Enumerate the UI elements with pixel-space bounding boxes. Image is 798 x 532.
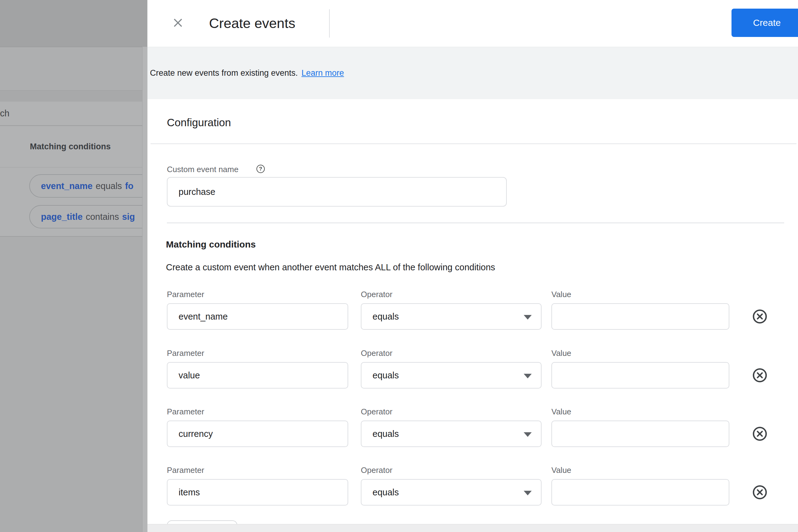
value-input[interactable] [551, 479, 729, 506]
background-content [0, 47, 147, 90]
panel-header: Create events Create [148, 0, 798, 47]
background-vertical-scrollbar [142, 47, 147, 532]
description-bar: Create new events from existing events. … [148, 47, 798, 99]
matching-conditions-column-header: Matching conditions [30, 142, 111, 151]
chip-parameter: event_name [41, 181, 93, 191]
condition-row: Parameter Operator equals Value [167, 466, 784, 509]
learn-more-link[interactable]: Learn more [301, 68, 344, 78]
operator-label: Operator [361, 466, 393, 475]
page-title: Create events [209, 0, 295, 47]
custom-event-name-label: Custom event name [167, 165, 239, 174]
description-text: Create new events from existing events. [150, 68, 298, 78]
condition-row: Parameter Operator equals Value [167, 407, 784, 450]
operator-label: Operator [361, 290, 393, 299]
background-page: ch Matching conditions event_name equals… [0, 0, 147, 532]
configuration-heading: Configuration [167, 116, 231, 129]
matching-conditions-subtitle: Create a custom event when another event… [166, 262, 495, 272]
matching-conditions-heading: Matching conditions [166, 239, 256, 250]
chevron-down-icon [524, 432, 532, 437]
chip-value: sig [122, 212, 135, 222]
value-input[interactable] [551, 421, 729, 447]
create-events-panel: Create events Create Create new events f… [147, 0, 798, 532]
remove-circle-icon[interactable] [752, 308, 768, 324]
background-appbar [0, 0, 147, 47]
value-input[interactable] [551, 303, 729, 330]
title-divider [329, 9, 330, 38]
operator-select[interactable]: equals [361, 421, 542, 447]
parameter-input[interactable] [167, 421, 348, 447]
operator-select[interactable]: equals [361, 303, 542, 330]
form-divider [167, 223, 784, 223]
parameter-input[interactable] [167, 303, 348, 330]
search-text: ch [0, 108, 10, 118]
condition-row: Parameter Operator equals Value [167, 348, 784, 392]
operator-value: equals [373, 370, 399, 381]
operator-value: equals [373, 429, 399, 439]
configuration-card: Configuration Custom event name Matching… [151, 99, 796, 532]
condition-chip: event_name equals fo [29, 174, 147, 198]
parameter-label: Parameter [167, 348, 204, 358]
parameter-input[interactable] [167, 362, 348, 388]
parameter-label: Parameter [167, 290, 204, 299]
operator-select[interactable]: equals [361, 362, 542, 388]
help-circle-icon[interactable] [256, 165, 265, 173]
chip-operator: contains [82, 212, 122, 222]
value-label: Value [551, 407, 571, 417]
horizontal-scrollbar-track [148, 524, 798, 532]
operator-select[interactable]: equals [361, 479, 542, 506]
operator-label: Operator [361, 407, 393, 417]
remove-circle-icon[interactable] [752, 426, 768, 442]
condition-chip: page_title contains sig [29, 205, 147, 228]
chevron-down-icon [524, 315, 532, 320]
value-label: Value [551, 348, 571, 358]
section-divider [151, 144, 796, 144]
chip-value: fo [125, 181, 133, 191]
operator-value: equals [373, 311, 399, 322]
value-label: Value [551, 290, 571, 299]
chevron-down-icon [524, 374, 532, 378]
parameter-input[interactable] [167, 479, 348, 506]
operator-value: equals [373, 487, 399, 497]
remove-circle-icon[interactable] [752, 367, 768, 383]
chip-parameter: page_title [41, 212, 82, 222]
search-input-cutoff: ch [0, 101, 147, 126]
parameter-label: Parameter [167, 407, 204, 417]
condition-row: Parameter Operator equals Value [167, 290, 784, 333]
chevron-down-icon [524, 491, 532, 495]
table-header-row: Matching conditions [0, 126, 147, 167]
create-button[interactable]: Create [732, 8, 798, 37]
chip-operator: equals [93, 181, 125, 191]
value-label: Value [551, 466, 571, 475]
background-toolbar [0, 90, 147, 102]
operator-label: Operator [361, 348, 393, 358]
remove-circle-icon[interactable] [752, 484, 768, 500]
close-icon[interactable] [172, 17, 184, 29]
custom-event-name-input[interactable] [167, 177, 507, 207]
screen: ch Matching conditions event_name equals… [0, 0, 798, 532]
value-input[interactable] [551, 362, 729, 388]
condition-chip-list: event_name equals fo page_title contains… [0, 167, 147, 237]
parameter-label: Parameter [167, 466, 204, 475]
